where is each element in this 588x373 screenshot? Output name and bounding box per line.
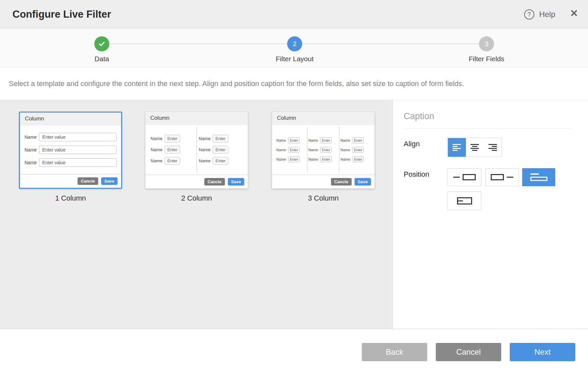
template-preview-2-column[interactable]: Column Name Enter Name Enter Name Enter <box>145 112 248 189</box>
field-caption: Name <box>276 157 286 161</box>
field-caption: Name <box>340 138 350 142</box>
step-filter-layout-label: Filter Layout <box>276 55 314 63</box>
field-input: Enter value <box>39 146 117 154</box>
template-card-3-column[interactable]: Column Name Enter Name Enter Name Enter <box>272 112 375 203</box>
step-description: Select a template and configure the cont… <box>0 67 588 100</box>
align-center-button[interactable] <box>466 138 484 157</box>
next-button[interactable]: Next <box>510 343 575 361</box>
preview-form-row: Name Enter <box>151 135 194 142</box>
field-caption: Name <box>308 138 318 142</box>
back-button[interactable]: Back <box>362 343 427 361</box>
template-preview-1-column[interactable]: Column Name Enter value Name Enter value… <box>19 112 122 189</box>
dialog-header: Configure Live Filter ? Help ✕ <box>0 0 588 29</box>
mini-cancel-button: Cancle <box>78 177 98 185</box>
preview-panel-title: Column <box>272 112 375 125</box>
caption-inside-icon <box>457 197 472 204</box>
caption-settings-panel: Caption Align Position <box>393 100 588 329</box>
caption-top-icon <box>530 173 547 181</box>
help-button[interactable]: ? Help <box>524 9 555 19</box>
preview-form-row: Name Enter <box>199 157 243 165</box>
field-caption: Name <box>340 157 350 161</box>
caption-divider <box>404 128 572 129</box>
page-title: Configure Live Filter <box>12 9 111 20</box>
preview-footer: Cancle Save <box>272 175 375 188</box>
mini-cancel-button: Cancle <box>331 178 352 186</box>
step-data-label: Data <box>95 55 109 63</box>
preview-footer: Cancle Save <box>145 175 248 188</box>
template-card-label: 1 Column <box>19 194 122 203</box>
position-caption-left-button[interactable] <box>448 168 481 186</box>
template-preview-3-column[interactable]: Column Name Enter Name Enter Name Enter <box>272 112 375 189</box>
field-input: Enter <box>320 137 332 143</box>
preview-form-row: Name Enter <box>308 137 338 143</box>
caption-dash-icon <box>453 177 460 178</box>
field-caption: Name <box>199 147 211 152</box>
step-number: 2 <box>293 40 297 48</box>
field-input: Enter <box>213 135 228 142</box>
mini-cancel-button: Cancle <box>204 178 225 186</box>
align-left-button[interactable] <box>448 138 466 157</box>
step-filter-fields-circle[interactable]: 3 <box>479 36 494 51</box>
field-caption: Name <box>151 158 162 163</box>
preview-form-row: Name Enter <box>199 146 243 153</box>
preview-panel-title: Column <box>20 113 121 125</box>
field-caption: Name <box>25 147 37 152</box>
field-input: Enter <box>320 147 332 153</box>
field-caption: Name <box>151 147 162 152</box>
field-rect-icon <box>463 174 476 180</box>
field-caption: Name <box>276 138 286 142</box>
align-label: Align <box>404 140 420 148</box>
field-caption: Name <box>308 148 318 152</box>
position-caption-inside-button[interactable] <box>448 191 481 210</box>
field-input: Enter <box>320 156 332 162</box>
field-input: Enter value <box>39 133 117 141</box>
position-label: Position <box>404 170 429 179</box>
mini-save-button: Save <box>228 178 244 186</box>
mini-save-button: Save <box>355 178 371 186</box>
caption-dash-icon <box>507 177 513 178</box>
template-card-label: 3 Column <box>272 194 375 203</box>
preview-form-row: Name Enter <box>340 137 370 143</box>
field-input: Enter <box>165 135 180 142</box>
field-input: Enter <box>352 156 364 162</box>
field-input: Enter <box>165 146 180 153</box>
field-caption: Name <box>340 148 350 152</box>
field-input: Enter <box>352 147 364 153</box>
cancel-button[interactable]: Cancel <box>436 343 501 361</box>
position-caption-right-button[interactable] <box>485 168 519 186</box>
template-card-label: 2 Column <box>145 194 248 203</box>
preview-form-row: Name Enter <box>151 157 194 165</box>
field-input: Enter <box>165 157 180 165</box>
help-icon: ? <box>524 9 534 19</box>
close-icon[interactable]: ✕ <box>570 9 578 18</box>
preview-form-row: Name Enter <box>308 147 338 153</box>
position-caption-top-button[interactable] <box>522 168 555 186</box>
field-caption: Name <box>25 160 37 165</box>
step-filter-fields-label: Filter Fields <box>469 55 505 63</box>
preview-form-row: Name Enter <box>340 156 370 162</box>
check-icon <box>98 40 106 48</box>
field-caption: Name <box>308 157 318 161</box>
step-filter-layout-circle[interactable]: 2 <box>287 36 302 51</box>
caption-panel-title: Caption <box>404 111 434 121</box>
field-caption: Name <box>199 158 211 163</box>
preview-footer: Cancle Save <box>20 174 121 188</box>
template-card-2-column[interactable]: Column Name Enter Name Enter Name Enter <box>145 112 248 203</box>
help-label: Help <box>539 10 555 19</box>
field-input: Enter <box>288 156 300 162</box>
preview-form-row: Name Enter value <box>25 158 117 167</box>
field-input: Enter <box>288 137 300 143</box>
wizard-stepper: 2 3 Data Filter Layout Filter Fields <box>0 29 588 67</box>
field-input: Enter <box>288 147 300 153</box>
stepper-connector <box>110 44 287 44</box>
step-number: 3 <box>485 40 488 48</box>
align-right-button[interactable] <box>484 138 502 157</box>
stepper-connector <box>303 44 479 44</box>
template-card-1-column[interactable]: Column Name Enter value Name Enter value… <box>19 112 122 203</box>
mini-save-button: Save <box>101 177 118 185</box>
step-data-circle[interactable] <box>94 36 109 51</box>
preview-form-row: Name Enter <box>199 135 243 142</box>
field-caption: Name <box>199 136 211 141</box>
field-rect-icon <box>491 174 504 180</box>
field-input: Enter value <box>39 158 117 167</box>
